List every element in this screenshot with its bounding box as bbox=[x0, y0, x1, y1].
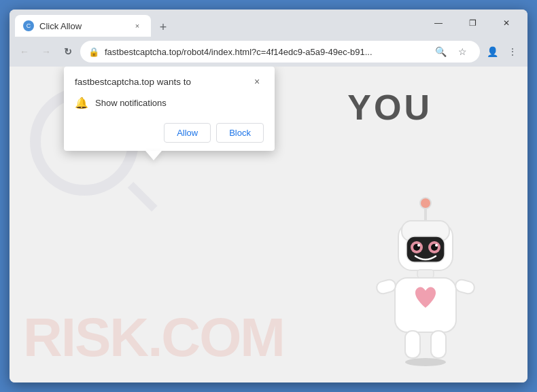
url-text: fastbestcaptcha.top/robot4/index.html?c=… bbox=[105, 47, 426, 57]
robot-illustration bbox=[358, 185, 493, 376]
window-controls: — ❐ ✕ bbox=[423, 12, 522, 34]
svg-rect-15 bbox=[405, 331, 420, 358]
menu-button[interactable]: ⋮ bbox=[503, 42, 522, 61]
robot-svg bbox=[358, 185, 493, 376]
magnifier-handle bbox=[128, 182, 158, 212]
allow-button[interactable]: Allow bbox=[164, 123, 211, 143]
forward-button[interactable]: → bbox=[37, 42, 56, 61]
url-actions: 🔍 ☆ bbox=[431, 42, 472, 61]
tab-favicon: C bbox=[23, 20, 34, 31]
popup-tail bbox=[145, 151, 162, 160]
popup-close-button[interactable]: × bbox=[250, 75, 264, 88]
svg-point-9 bbox=[417, 244, 420, 247]
popup-header: fastbestcaptcha.top wants to × bbox=[64, 67, 275, 94]
page-content: RISK.COM YOU bbox=[10, 67, 527, 382]
toolbar-right: 👤 ⋮ bbox=[483, 42, 522, 61]
minimize-button[interactable]: — bbox=[423, 12, 454, 34]
browser-window: C Click Allow × + — ❐ ✕ ← → ↻ 🔒 fastbest… bbox=[10, 10, 527, 382]
active-tab[interactable]: C Click Allow × bbox=[15, 15, 151, 37]
popup-notification-row: 🔔 Show notifications bbox=[64, 94, 275, 118]
page-you-text: YOU bbox=[347, 87, 432, 128]
svg-rect-11 bbox=[417, 270, 434, 278]
block-button[interactable]: Block bbox=[216, 123, 264, 143]
svg-rect-13 bbox=[375, 279, 397, 296]
new-tab-button[interactable]: + bbox=[154, 18, 173, 37]
back-button[interactable]: ← bbox=[15, 42, 34, 61]
popup-title: fastbestcaptcha.top wants to bbox=[75, 77, 191, 87]
svg-point-1 bbox=[420, 198, 431, 209]
risk-watermark: RISK.COM bbox=[23, 306, 284, 369]
address-bar: ← → ↻ 🔒 fastbestcaptcha.top/robot4/index… bbox=[10, 37, 527, 67]
notification-label: Show notifications bbox=[95, 98, 167, 108]
tab-area: C Click Allow × + bbox=[15, 10, 423, 37]
profile-button[interactable]: 👤 bbox=[483, 42, 502, 61]
svg-point-17 bbox=[405, 358, 446, 366]
bookmark-icon-btn[interactable]: ☆ bbox=[453, 42, 472, 61]
url-bar[interactable]: 🔒 fastbestcaptcha.top/robot4/index.html?… bbox=[80, 41, 480, 63]
tab-title: Click Allow bbox=[39, 21, 126, 31]
bell-icon: 🔔 bbox=[75, 96, 88, 109]
title-bar: C Click Allow × + — ❐ ✕ bbox=[10, 10, 527, 37]
close-button[interactable]: ✕ bbox=[491, 12, 522, 34]
search-icon-btn[interactable]: 🔍 bbox=[431, 42, 450, 61]
svg-rect-14 bbox=[454, 279, 476, 296]
popup-actions: Allow Block bbox=[64, 118, 275, 151]
tab-close-button[interactable]: × bbox=[132, 20, 143, 31]
maximize-button[interactable]: ❐ bbox=[457, 12, 488, 34]
lock-icon: 🔒 bbox=[88, 47, 99, 57]
refresh-button[interactable]: ↻ bbox=[58, 42, 77, 61]
notification-popup: fastbestcaptcha.top wants to × 🔔 Show no… bbox=[64, 67, 275, 151]
svg-rect-16 bbox=[431, 331, 446, 358]
svg-point-10 bbox=[435, 244, 438, 247]
